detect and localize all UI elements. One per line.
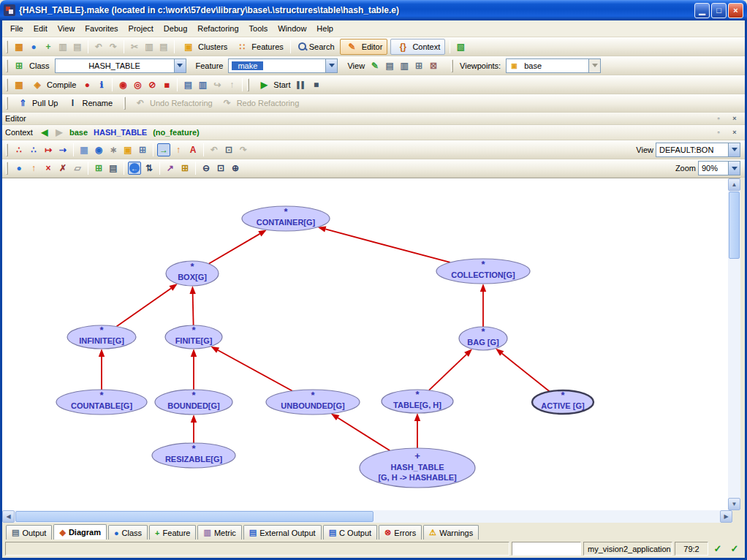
inheritance-edge-box-container[interactable]: [209, 230, 267, 263]
add-feature-icon[interactable]: ↑: [27, 162, 40, 175]
add-class-icon[interactable]: ●: [12, 162, 26, 175]
class-node-countable[interactable]: *COUNTABLE[G]: [56, 390, 147, 415]
zoom-in-icon[interactable]: ⊕: [229, 162, 242, 175]
context-toggle-button[interactable]: {} Context: [390, 39, 445, 55]
status-input-box[interactable]: [512, 542, 581, 556]
inheritance-edge-unbounded-finite[interactable]: [211, 347, 292, 391]
add-to-diagram-icon[interactable]: ⊞: [178, 162, 192, 175]
close-button[interactable]: ×: [728, 3, 743, 18]
undo-refactoring-button[interactable]: ↶ Undo Refactoring: [129, 95, 216, 111]
ignore-contracts-icon[interactable]: ▥: [196, 78, 209, 91]
menu-view[interactable]: View: [53, 22, 80, 35]
exception-handling-icon[interactable]: ▤: [181, 78, 194, 91]
save-all-icon[interactable]: ▤: [71, 40, 84, 53]
remove-from-diagram-icon[interactable]: ✗: [56, 162, 69, 175]
label-size-icon[interactable]: A: [186, 143, 200, 156]
viewpoints-combobox-dropdown[interactable]: [588, 59, 600, 72]
new-window-icon[interactable]: ▦: [12, 40, 26, 53]
zoom-combobox[interactable]: 90%: [698, 161, 740, 175]
editor-pane-float-icon[interactable]: ▫: [712, 112, 725, 125]
class-node-table[interactable]: *TABLE[G, H]: [382, 389, 453, 413]
delete-icon[interactable]: ×: [42, 162, 55, 175]
melt-icon[interactable]: ▦: [12, 78, 26, 91]
cut-icon[interactable]: ✂: [128, 40, 141, 53]
diagram-undo-icon[interactable]: ↶: [208, 143, 221, 156]
menu-file[interactable]: File: [5, 22, 29, 35]
menu-project[interactable]: Project: [124, 22, 159, 35]
new-cluster-tool-icon[interactable]: ∴: [27, 143, 40, 156]
info-icon[interactable]: ℹ: [95, 78, 108, 91]
tab-errors[interactable]: ⊗Errors: [379, 525, 422, 540]
inheritance-edge-resizable-bounded[interactable]: [191, 415, 197, 443]
copy-icon[interactable]: ▥: [143, 40, 156, 53]
redo-icon[interactable]: ↷: [107, 40, 120, 53]
class-node-bounded[interactable]: *BOUNDED[G]: [155, 390, 232, 415]
cluster-folder-icon[interactable]: ▣: [121, 143, 134, 156]
step-into-icon[interactable]: ↪: [211, 78, 224, 91]
feature-combobox-value[interactable]: make: [229, 61, 325, 70]
horizontal-scroll-track[interactable]: [374, 510, 720, 523]
class-node-box[interactable]: *BOX[G]: [166, 261, 219, 286]
tab-warnings[interactable]: ⚠Warnings: [423, 525, 479, 540]
menu-window[interactable]: Window: [273, 22, 311, 35]
history-back-icon[interactable]: ◀: [38, 126, 51, 139]
context-class[interactable]: HASH_TABLE: [94, 128, 147, 137]
inheritance-edge-countable-infinite[interactable]: [99, 349, 105, 390]
class-combobox[interactable]: HASH_TABLE: [55, 58, 186, 73]
tab-output[interactable]: ▤Output: [6, 525, 52, 540]
class-node-active[interactable]: *ACTIVE [G]: [532, 390, 594, 414]
inheritance-edge-finite-box[interactable]: [189, 286, 195, 325]
maximize-button[interactable]: □: [711, 3, 727, 18]
minimize-button[interactable]: ▁: [694, 3, 710, 18]
class-node-resizable[interactable]: *RESIZABLE[G]: [152, 443, 235, 468]
add-ancestors-icon[interactable]: ⊞: [92, 162, 105, 175]
client-link-tool-icon[interactable]: ↦: [42, 143, 55, 156]
rename-button[interactable]: I Rename: [61, 95, 116, 111]
fit-to-screen-icon[interactable]: ↑: [172, 143, 185, 156]
diagram-canvas[interactable]: *CONTAINER[G]*BOX[G]*COLLECTION[G]*INFIN…: [2, 178, 728, 510]
scroll-up-button[interactable]: ▲: [728, 178, 740, 191]
view-edit-icon[interactable]: ✎: [368, 59, 382, 72]
vertical-scroll-track[interactable]: [728, 260, 740, 498]
context-cluster[interactable]: base: [69, 128, 88, 137]
inheritance-edge-table-bag[interactable]: [429, 349, 472, 390]
toolbar-grip[interactable]: [6, 162, 8, 175]
toolbar-grip[interactable]: [6, 143, 8, 156]
search-button[interactable]: Search: [294, 40, 338, 53]
zoom-out-icon[interactable]: ⊖: [200, 162, 213, 175]
tab-feature[interactable]: +Feature: [149, 525, 196, 540]
inheritance-edge-hash_table-table[interactable]: [414, 413, 420, 448]
paste-icon[interactable]: ▤: [157, 40, 170, 53]
view-flat-icon[interactable]: ⊞: [412, 59, 425, 72]
scroll-right-button[interactable]: ▶: [720, 510, 732, 523]
viewpoints-combobox-value[interactable]: base: [521, 61, 588, 70]
horizontal-scroll-thumb[interactable]: [15, 511, 374, 522]
pause-icon[interactable]: ▌▌: [295, 78, 308, 91]
center-on-class-icon[interactable]: ←: [128, 162, 141, 175]
put-window-icon[interactable]: ⊞: [136, 143, 149, 156]
toolbar-grip[interactable]: [6, 97, 8, 110]
class-node-infinite[interactable]: *INFINITE[G]: [67, 325, 136, 349]
class-node-bag[interactable]: *BAG [G]: [459, 326, 507, 350]
toolbar-grip[interactable]: [451, 59, 453, 72]
tab-metric[interactable]: ▥Metric: [197, 525, 241, 540]
menu-tools[interactable]: Tools: [244, 22, 273, 35]
diagram-view-dropdown[interactable]: [728, 143, 740, 156]
class-node-unbounded[interactable]: *UNBOUNDED[G]: [266, 390, 360, 415]
diagram-redo-icon[interactable]: ↷: [237, 143, 250, 156]
open-project-icon[interactable]: ●: [27, 40, 40, 53]
undo-icon[interactable]: ↶: [92, 40, 105, 53]
diagram-settings-icon[interactable]: ▤: [107, 162, 120, 175]
diagram-svg[interactable]: *CONTAINER[G]*BOX[G]*COLLECTION[G]*INFIN…: [2, 178, 728, 511]
inheritance-edge-hash_table-unbounded[interactable]: [331, 414, 390, 451]
debug-run-no-stop-icon[interactable]: ◎: [131, 78, 144, 91]
menu-edit[interactable]: Edit: [29, 22, 53, 35]
class-combobox-value[interactable]: HASH_TABLE: [56, 61, 174, 70]
auto-layout-icon[interactable]: ∗: [107, 143, 120, 156]
viewpoints-combobox[interactable]: ▣ base: [506, 58, 601, 73]
feature-combobox-dropdown[interactable]: [325, 59, 337, 72]
inheritance-edge-bounded-finite[interactable]: [191, 349, 197, 390]
breakpoint-icon[interactable]: ●: [80, 78, 94, 91]
add-icon[interactable]: +: [42, 40, 55, 53]
class-node-finite[interactable]: *FINITE[G]: [165, 325, 222, 349]
